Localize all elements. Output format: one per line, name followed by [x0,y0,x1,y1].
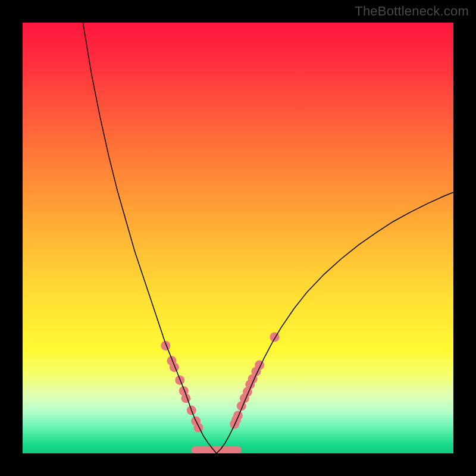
left-curve [83,23,216,453]
chart-svg [23,23,453,453]
plot-area [23,23,453,453]
highlight-marker [193,423,203,433]
watermark-text: TheBottleneck.com [355,4,469,19]
chart-frame: TheBottleneck.com [0,0,476,476]
highlight-marker [233,411,243,420]
right-curve [217,192,453,453]
